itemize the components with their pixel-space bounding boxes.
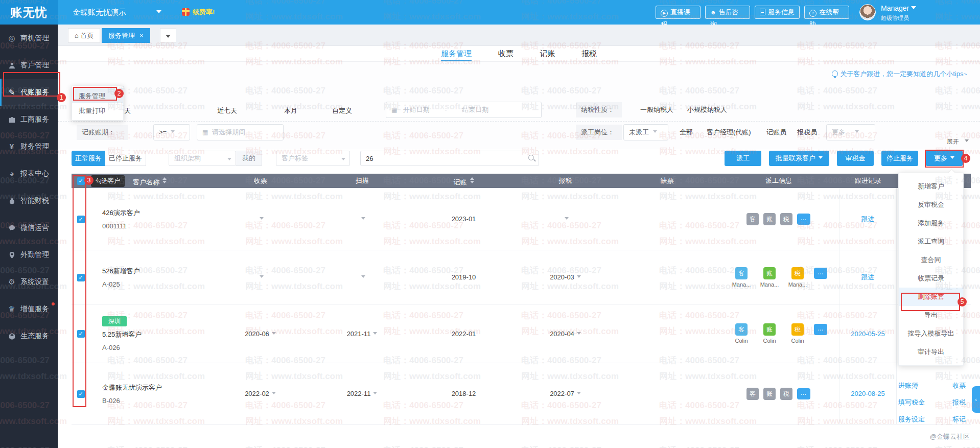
post-more-select[interactable]: 更多...	[826, 124, 875, 140]
col-dispatch-info[interactable]: 派工信息	[718, 176, 839, 185]
mark-link[interactable]: 标记	[952, 411, 966, 428]
sidebar-item-ecosystem[interactable]: 生态服务	[0, 322, 58, 349]
menu-item-receipt-records[interactable]: 收票记录	[899, 269, 963, 288]
col-bookkeeping[interactable]: 记账	[413, 175, 515, 187]
scan-cell[interactable]	[311, 273, 413, 281]
sidebar-item-business[interactable]: ◎商机管理	[0, 25, 58, 52]
follow-up-date-link[interactable]: 2020-05-25	[851, 330, 885, 338]
quick-month[interactable]: 本月	[284, 106, 297, 115]
sidebar-item-industrial[interactable]: 工商服务	[0, 106, 58, 133]
normal-service-segment[interactable]: 正常服务	[72, 151, 105, 166]
sort-icon[interactable]	[470, 175, 474, 185]
tax-cell[interactable]: 2020-03	[515, 273, 616, 281]
operator-select[interactable]: >=	[153, 124, 190, 140]
close-icon[interactable]: ×	[139, 32, 144, 39]
tax-filing-link[interactable]: 报税	[952, 394, 966, 411]
row-checkbox[interactable]: ✓	[72, 273, 90, 281]
col-follow-up[interactable]: 跟进记录	[839, 176, 897, 185]
online-help-button[interactable]: ?在线帮助	[804, 6, 849, 19]
menu-item-unaudit-tax[interactable]: 反审税金	[899, 196, 963, 214]
tax-cell[interactable]	[515, 215, 616, 223]
sidebar-item-smart-tax[interactable]: 智能财税	[0, 187, 58, 214]
post-bookkeeper-option[interactable]: 记账员	[766, 125, 786, 140]
col-tax-filing[interactable]: 报税	[515, 176, 616, 185]
scan-cell[interactable]: 2021-11	[311, 330, 413, 338]
tips-link[interactable]: 关于客户跟进，您一定要知道的几个小tips~	[832, 69, 967, 79]
more-dispatch-button[interactable]: …	[797, 214, 810, 225]
quick-7days[interactable]: 近七天	[217, 106, 237, 115]
stopped-service-segment[interactable]: 已停止服务	[105, 151, 146, 166]
table-row[interactable]: ✓ 426演示客户 0001111 2023-01 客 账 税 … 跟进	[72, 188, 971, 250]
expand-toggle[interactable]: 展开	[947, 137, 969, 146]
service-info-button[interactable]: 服务信息	[755, 6, 800, 19]
sidebar-item-wechat[interactable]: 微信运营	[0, 214, 58, 241]
sidebar-item-finance[interactable]: ¥财务管理	[0, 133, 58, 160]
customer-cell[interactable]: 金蝶账无忧演示客户 B-026	[90, 383, 209, 405]
scan-cell[interactable]	[311, 215, 413, 223]
period-input[interactable]: ▦请选择期间	[197, 124, 284, 140]
tab-list-dropdown[interactable]	[160, 28, 176, 43]
menu-item-view-contract[interactable]: 查合同	[899, 251, 963, 269]
menu-item-add-service[interactable]: 添加服务	[899, 214, 963, 232]
enter-ledger-link[interactable]: 进账簿	[898, 377, 918, 394]
row-checkbox[interactable]: ✓	[72, 390, 90, 398]
sidebar-item-field-work[interactable]: 外勤管理	[0, 241, 58, 268]
service-settings-link[interactable]: 服务设定	[898, 411, 925, 428]
follow-up-link[interactable]: 跟进	[861, 215, 875, 224]
fill-tax-link[interactable]: 填写税金	[898, 394, 925, 411]
dispatch-button[interactable]: 派工	[725, 151, 761, 166]
scan-cell[interactable]: 2022-11	[311, 390, 413, 397]
receipt-cell[interactable]: 2020-06	[209, 330, 311, 338]
stop-service-button[interactable]: 停止服务	[881, 151, 918, 166]
search-input[interactable]	[366, 153, 509, 164]
menu-item-delete-account-set[interactable]: 删除账套	[899, 288, 963, 306]
menu-item-export-template[interactable]: 按导入模板导出	[899, 324, 963, 343]
tab-home[interactable]: ⌂ 首页	[68, 28, 100, 43]
follow-up-date-link[interactable]: 2020-08-25	[851, 390, 885, 397]
tax-small-option[interactable]: 小规模纳税人	[687, 102, 727, 117]
tax-cell[interactable]: 2020-04	[515, 330, 616, 338]
receipt-cell[interactable]	[209, 215, 311, 223]
user-name[interactable]: Manager	[881, 4, 916, 12]
receipt-link[interactable]: 收票	[952, 377, 966, 394]
more-dispatch-button[interactable]: …	[814, 268, 827, 279]
customer-tag-select[interactable]: 客户标签	[276, 151, 350, 166]
sidebar-item-settings[interactable]: ⚙系统设置	[0, 268, 58, 295]
customer-cell[interactable]: 深圳 5.25新增客户 A-026	[90, 316, 209, 351]
renewal-rate-link[interactable]: 续费率!	[193, 0, 215, 25]
receipt-cell[interactable]	[209, 273, 311, 281]
after-sales-button[interactable]: ☻售后咨询	[705, 6, 750, 19]
sidebar-item-reports[interactable]: ◕报表中心	[0, 160, 58, 187]
tab-receipts[interactable]: 收票	[498, 47, 514, 60]
tab-tax-filing[interactable]: 报税	[581, 47, 597, 60]
col-missing-receipt[interactable]: 缺票	[616, 176, 718, 185]
tab-service-management[interactable]: 服务管理×	[102, 28, 150, 43]
receipt-cell[interactable]: 2022-02	[209, 390, 311, 397]
more-button[interactable]: 更多	[926, 151, 963, 166]
menu-item-dispatch-query[interactable]: 派工查询	[899, 232, 963, 251]
tax-general-option[interactable]: 一般纳税人	[640, 102, 673, 117]
table-row[interactable]: ✓ 526新增客户 A-025 2019-10 2020-03 客Mana...…	[72, 250, 971, 304]
tab-service[interactable]: 服务管理	[441, 47, 472, 61]
more-dispatch-button[interactable]: …	[814, 324, 827, 335]
avatar[interactable]	[859, 4, 876, 20]
search-icon[interactable]	[528, 155, 534, 160]
follow-up-link[interactable]: 跟进	[861, 273, 875, 282]
date-range-input[interactable]: ▦ 开始日期 - 结束日期	[386, 102, 542, 118]
quick-custom[interactable]: 自定义	[332, 106, 352, 115]
row-checkbox[interactable]: ✓	[72, 329, 90, 338]
org-structure-select[interactable]: 组织架构	[169, 151, 236, 166]
collapse-panel-handle[interactable]: ‹	[972, 386, 980, 413]
table-row[interactable]: ✓ 深圳 5.25新增客户 A-026 2020-06 2021-11 2022…	[72, 304, 971, 363]
table-row[interactable]: ✓ 金蝶账无忧演示客户 B-026 2022-02 2022-11 2018-1…	[72, 363, 971, 425]
post-taxfiler-option[interactable]: 报税员	[797, 125, 817, 140]
sidebar-item-value-added[interactable]: ♛增值服务	[0, 295, 58, 322]
customer-cell[interactable]: 526新增客户 A-025	[90, 267, 209, 288]
col-scan[interactable]: 扫描	[311, 176, 413, 185]
sort-icon[interactable]	[162, 175, 167, 185]
tab-bookkeeping[interactable]: 记账	[540, 47, 555, 60]
post-manager-option[interactable]: 客户经理(代账)	[707, 125, 751, 140]
row-checkbox[interactable]: ✓	[72, 215, 90, 223]
company-selector[interactable]: 金蝶账无忧演示	[73, 0, 161, 25]
menu-item-add-customer[interactable]: 新增客户	[899, 177, 963, 196]
